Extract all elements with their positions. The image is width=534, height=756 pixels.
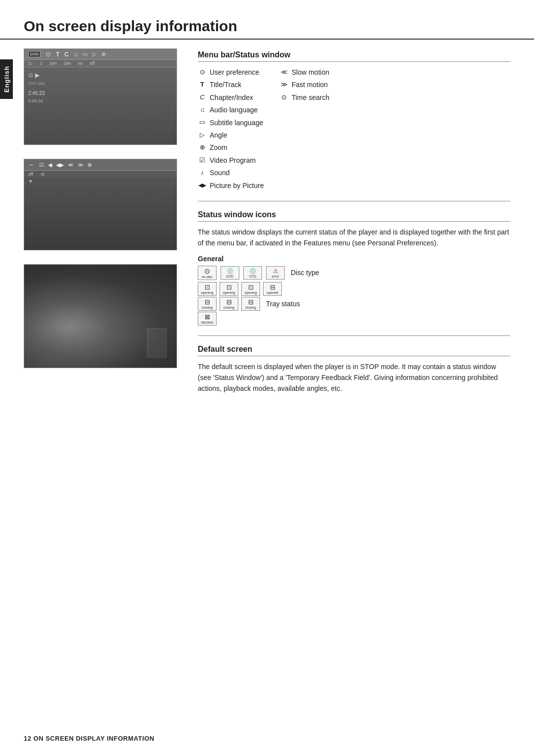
screen1-icon-zoom: ⊕	[101, 51, 106, 57]
screen2-icon-zoom: ⊕	[88, 162, 92, 168]
screen2-top-bar: ← ☑ ◀ ◀▶ ≪ ≫ ⊕	[24, 159, 177, 171]
screen2-icon-fast: ≫	[78, 162, 84, 168]
zoom-icon: ⊕	[198, 142, 207, 153]
tray-closing-1: ⊟ closing	[198, 297, 217, 311]
tray-opening-3: ⊡ opening	[241, 282, 260, 296]
tray-blocked: ⊠ blocked	[198, 312, 217, 326]
right-column: Menu bar/Status window ⊙ User preference…	[182, 48, 510, 404]
menu-item-slow: ≪ Slow motion	[280, 67, 330, 78]
audio-label: Audio language	[210, 104, 258, 115]
menu-bar-section: Menu bar/Status window ⊙ User preference…	[198, 50, 510, 191]
screen1-time1: 2:45:23	[28, 89, 45, 97]
video-program-label: Video Program	[210, 155, 256, 166]
title-track-label: Title/Track	[210, 79, 241, 90]
screen2-icon-slow: ≪	[68, 162, 74, 168]
screen1-left-info: ⊙ ▶ DVD play 2:45:23 0:00:34	[28, 70, 45, 105]
zoom-label: Zoom	[210, 142, 227, 153]
status-window-description: The status window displays the current s…	[198, 227, 510, 249]
menu-item-pbp: ◀▶ Picture by Picture	[198, 180, 264, 191]
screen1-icon-t: T	[56, 51, 59, 58]
chapter-icon: C	[198, 93, 207, 103]
menu-items-container: ⊙ User preference T Title/Track C Chapte…	[198, 67, 510, 191]
video-program-icon: ☑	[198, 155, 207, 166]
tray-opening-2: ⊡ opening	[220, 282, 238, 296]
menu-items-left: ⊙ User preference T Title/Track C Chapte…	[198, 67, 264, 191]
screen-mockup-1: DVD ⊙ T C ♫ ▭ ▷ ⊕ 1↕ 1 1en 1en no off	[24, 48, 177, 145]
sound-icon: ♪	[198, 168, 207, 178]
tray-opening-1: ⊡ opening	[198, 282, 217, 296]
screen1-icon-subtitle: ▭	[83, 51, 88, 57]
slow-motion-icon: ≪	[280, 67, 289, 78]
screen1-dvd-play: DVD play	[28, 80, 45, 87]
screen1-time2: 0:00:34	[28, 97, 45, 105]
default-screen-description: The default screen is displayed when the…	[198, 361, 510, 394]
menu-item-audio: ♫ Audio language	[198, 104, 264, 115]
menu-bar-heading: Menu bar/Status window	[198, 50, 510, 62]
fast-motion-label: Fast motion	[292, 79, 328, 90]
menu-item-sound: ♪ Sound	[198, 167, 264, 178]
screen1-play-icon: ▶	[35, 70, 40, 80]
screen1-icon-angle: ▷	[92, 51, 96, 57]
screen1-side-icon: ⊙	[28, 70, 33, 80]
screen2-icon-pbp: ◀▶	[56, 162, 64, 168]
menu-item-title-track: T Title/Track	[198, 79, 264, 90]
fast-motion-icon: ≫	[280, 80, 289, 90]
screen1-icon-audio: ♫	[74, 51, 78, 57]
time-search-label: Time search	[292, 92, 330, 103]
user-pref-label: User preference	[210, 67, 259, 78]
menu-item-video-program: ☑ Video Program	[198, 155, 264, 166]
time-search-icon: ⊙	[280, 93, 289, 103]
menu-item-chapter: C Chapter/Index	[198, 92, 264, 103]
screen1-top-bar: DVD ⊙ T C ♫ ▭ ▷ ⊕	[24, 49, 177, 60]
disc-icon-vcd: 💿 VCD	[243, 266, 262, 280]
screen2-arrow: ←	[28, 161, 35, 169]
screen2-icon-prev: ◀	[48, 162, 52, 168]
page-footer: 12 ON SCREEN DISPLAY INFORMATION	[24, 735, 154, 742]
disc-type-label: Disc type	[291, 269, 319, 277]
title-track-icon: T	[198, 80, 207, 90]
pbp-label: Picture by Picture	[210, 180, 264, 191]
disc-icon-dvd: 💿 DVD	[221, 266, 239, 280]
screen1-dvd-label: DVD	[28, 51, 41, 57]
audio-icon: ♫	[198, 105, 207, 115]
disc-type-row: ⊙ no disc 💿 DVD 💿 VCD ⚠ error	[198, 266, 510, 280]
menu-item-user-pref: ⊙ User preference	[198, 67, 264, 78]
menu-item-zoom: ⊕ Zoom	[198, 142, 264, 153]
status-window-section: Status window icons The status window di…	[198, 201, 510, 326]
pbp-icon: ◀▶	[198, 181, 207, 190]
menu-items-right: ≪ Slow motion ≫ Fast motion ⊙ Time searc…	[280, 67, 330, 191]
menu-item-subtitle: ▭ Subtitle language	[198, 117, 264, 128]
left-column: DVD ⊙ T C ♫ ▭ ▷ ⊕ 1↕ 1 1en 1en no off	[24, 48, 182, 404]
sidebar-english-tab: English	[0, 59, 13, 99]
status-window-heading: Status window icons	[198, 210, 510, 222]
angle-icon: ▷	[198, 130, 207, 141]
subtitle-label: Subtitle language	[210, 117, 263, 128]
screen2-values-bar: off st	[24, 171, 177, 178]
screen1-icon-circle: ⊙	[45, 50, 51, 58]
user-pref-icon: ⊙	[198, 67, 207, 78]
menu-item-time-search: ⊙ Time search	[280, 92, 330, 103]
general-label: General	[198, 255, 510, 263]
angle-label: Angle	[210, 130, 227, 141]
default-screen-heading: Default screen	[198, 345, 510, 356]
screen1-body: ⊙ ▶ DVD play 2:45:23 0:00:34	[24, 67, 177, 108]
page-title: On screen display information	[0, 0, 534, 40]
menu-item-angle: ▷ Angle	[198, 130, 264, 141]
menu-item-fast: ≫ Fast motion	[280, 79, 330, 90]
tray-closing-row: ⊟ closing ⊟ closing ⊟ closing Tray statu…	[198, 297, 510, 311]
screen2-indicator: ▼	[24, 178, 177, 185]
sound-label: Sound	[210, 167, 229, 178]
screen1-values-bar: 1↕ 1 1en 1en no off	[24, 60, 177, 67]
screen2-icon-check: ☑	[39, 162, 44, 168]
screen-mockup-2: ← ☑ ◀ ◀▶ ≪ ≫ ⊕ off st ▼	[24, 159, 177, 250]
chapter-label: Chapter/Index	[210, 92, 253, 103]
screen1-icon-c: C	[64, 51, 69, 58]
disc-icon-no-disc: ⊙ no disc	[198, 266, 217, 280]
default-screen-section: Default screen The default screen is dis…	[198, 335, 510, 394]
slow-motion-label: Slow motion	[292, 67, 329, 78]
tray-closing-2: ⊟ closing	[220, 297, 238, 311]
tray-status-label: Tray status	[266, 300, 300, 308]
tray-opened: ⊟ opened	[263, 282, 282, 296]
tray-opening-row: ⊡ opening ⊡ opening ⊡ opening ⊟ opened	[198, 282, 510, 296]
tray-closing-3: ⊟ closing	[241, 297, 260, 311]
